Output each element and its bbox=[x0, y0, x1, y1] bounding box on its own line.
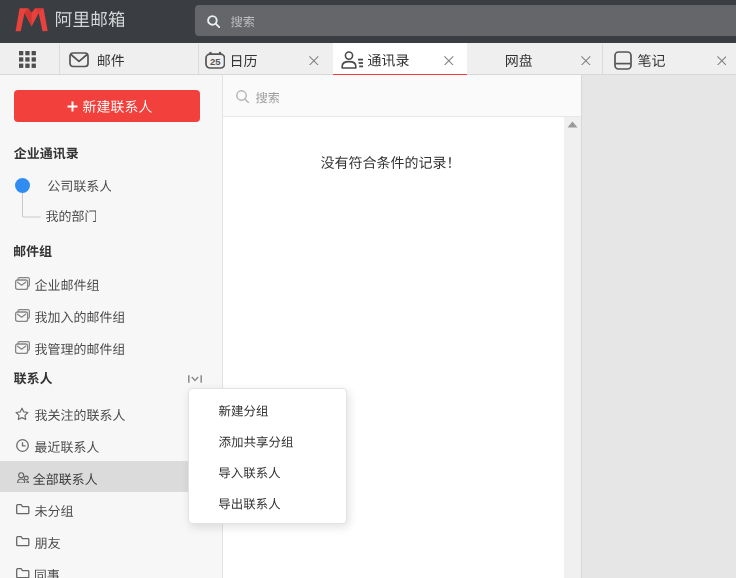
svg-text:25: 25 bbox=[209, 56, 220, 67]
